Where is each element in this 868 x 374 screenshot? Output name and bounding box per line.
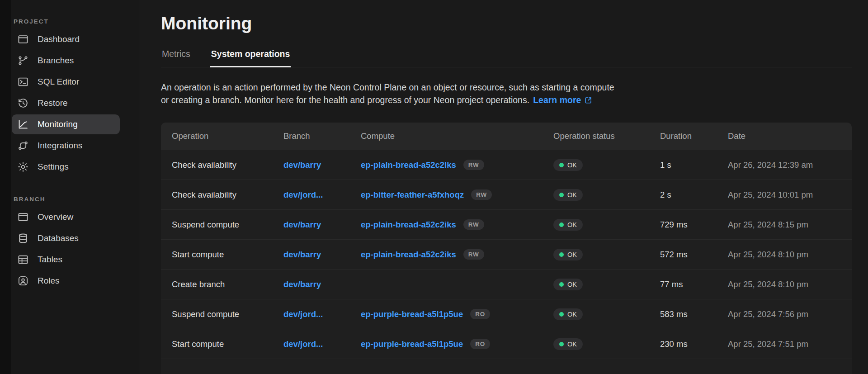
tab-metrics[interactable]: Metrics — [161, 49, 191, 67]
status-label: OK — [567, 251, 577, 258]
branch-link[interactable]: dev/barry — [283, 160, 321, 170]
compute-link[interactable]: ep-bitter-feather-a5fxhoqz — [361, 190, 464, 200]
compute-link[interactable]: ep-plain-bread-a52c2iks — [361, 250, 456, 260]
sidebar-item-branches[interactable]: Branches — [12, 51, 120, 71]
cell-branch: dev/barry — [283, 279, 361, 289]
status-label: OK — [567, 311, 577, 318]
nav-item-label: Restore — [38, 98, 68, 108]
branch-link[interactable]: dev/jord... — [283, 309, 323, 319]
cell-date: Apr 25, 2024 10:01 pm — [728, 190, 841, 200]
page-title: Monitoring — [161, 14, 852, 33]
branch-link[interactable]: dev/jord... — [283, 190, 323, 199]
nav-item-label: Databases — [38, 233, 79, 243]
main-content: Monitoring Metrics System operations An … — [140, 0, 868, 374]
col-operation-status: Operation status — [553, 131, 660, 141]
compute-link[interactable]: ep-purple-bread-a5l1p5ue — [361, 309, 463, 319]
tab-system-operations[interactable]: System operations — [210, 49, 291, 67]
table-row-partial — [161, 359, 852, 374]
cell-status: OK — [553, 279, 660, 290]
col-branch: Branch — [283, 131, 361, 141]
sidebar-item-settings[interactable]: Settings — [12, 157, 120, 177]
cell-operation: Suspend compute — [172, 220, 283, 230]
description: An operation is an action performed by t… — [161, 81, 852, 106]
cell-date: Apr 26, 2024 12:39 am — [728, 160, 841, 170]
cell-operation: Create branch — [172, 279, 283, 289]
compute-badge: RO — [470, 339, 490, 349]
branch-link[interactable]: dev/barry — [283, 220, 321, 229]
nav-item-label: Settings — [38, 162, 69, 172]
cell-date: Apr 25, 2024 7:51 pm — [728, 339, 841, 349]
status-ok-dot — [559, 312, 564, 317]
col-compute: Compute — [361, 131, 553, 141]
status-ok-dot — [559, 342, 564, 346]
description-line2: or creating a branch. Monitor here for t… — [161, 95, 529, 105]
sidebar-item-databases[interactable]: Databases — [12, 228, 120, 248]
compute-badge: RW — [463, 160, 484, 170]
cell-date: Apr 25, 2024 8:10 pm — [728, 250, 841, 260]
sidebar-item-sql-editor[interactable]: SQL Editor — [12, 72, 120, 92]
section-label: BRANCH — [14, 196, 140, 203]
branch-link[interactable]: dev/barry — [283, 279, 321, 289]
branch-link[interactable]: dev/barry — [283, 250, 321, 259]
description-line1: An operation is an action performed by t… — [161, 82, 614, 92]
table-row: Check availability dev/jord... ep-bitter… — [161, 180, 852, 209]
status-badge: OK — [553, 189, 583, 201]
section-label: PROJECT — [14, 18, 140, 25]
nav-item-label: Monitoring — [38, 119, 78, 129]
table-row: Suspend compute dev/jord... ep-purple-br… — [161, 299, 852, 329]
nav-item-label: Branches — [38, 56, 74, 66]
learn-more-link[interactable]: Learn more — [533, 95, 593, 105]
status-label: OK — [567, 161, 577, 169]
cell-compute: ep-purple-bread-a5l1p5ueRO — [361, 309, 553, 319]
roles-icon — [17, 275, 29, 287]
sidebar-item-monitoring[interactable]: Monitoring — [12, 114, 120, 134]
status-label: OK — [567, 341, 577, 348]
cell-date: Apr 25, 2024 8:10 pm — [728, 279, 841, 289]
sidebar-nav: PROJECT Dashboard Branches SQL Editor Re… — [0, 18, 140, 291]
cell-duration: 2 s — [660, 190, 728, 200]
status-ok-dot — [559, 193, 564, 197]
nav-item-label: Dashboard — [38, 34, 80, 44]
nav-item-label: Integrations — [38, 141, 82, 151]
cell-branch: dev/barry — [283, 250, 361, 260]
col-duration: Duration — [660, 131, 728, 141]
cell-branch: dev/jord... — [283, 339, 361, 349]
status-label: OK — [567, 281, 577, 288]
restore-icon — [17, 97, 29, 109]
sidebar-item-integrations[interactable]: Integrations — [12, 136, 120, 156]
sidebar-item-restore[interactable]: Restore — [12, 93, 120, 113]
dashboard-icon — [17, 33, 29, 45]
status-badge: OK — [553, 338, 583, 350]
sidebar-item-roles[interactable]: Roles — [12, 271, 120, 291]
cell-branch: dev/barry — [283, 160, 361, 170]
cell-compute: ep-plain-bread-a52c2iksRW — [361, 249, 553, 260]
settings-icon — [17, 161, 29, 173]
sidebar-item-dashboard[interactable]: Dashboard — [12, 29, 120, 49]
cell-duration: 583 ms — [660, 309, 728, 319]
sidebar-item-tables[interactable]: Tables — [12, 250, 120, 270]
branch-link[interactable]: dev/jord... — [283, 339, 323, 349]
status-ok-dot — [559, 223, 564, 227]
table-body: Check availability dev/barry ep-plain-br… — [161, 150, 852, 359]
cell-duration: 729 ms — [660, 220, 728, 230]
table-row: Start compute dev/barry ep-plain-bread-a… — [161, 239, 852, 269]
tables-icon — [17, 254, 29, 265]
compute-link[interactable]: ep-purple-bread-a5l1p5ue — [361, 339, 463, 349]
cell-compute: ep-bitter-feather-a5fxhoqzRW — [361, 189, 553, 200]
cell-operation: Start compute — [172, 250, 283, 260]
nav-item-label: Overview — [38, 212, 73, 222]
status-label: OK — [567, 191, 577, 199]
compute-link[interactable]: ep-plain-bread-a52c2iks — [361, 160, 456, 170]
cell-operation: Suspend compute — [172, 309, 283, 319]
compute-link[interactable]: ep-plain-bread-a52c2iks — [361, 220, 456, 230]
status-badge: OK — [553, 219, 583, 231]
status-badge: OK — [553, 279, 583, 290]
sidebar-item-overview[interactable]: Overview — [12, 207, 120, 227]
overview-icon — [17, 211, 29, 223]
nav-item-label: Roles — [38, 276, 60, 286]
cell-status: OK — [553, 308, 660, 320]
learn-more-label: Learn more — [533, 95, 581, 105]
status-label: OK — [567, 221, 577, 228]
status-ok-dot — [559, 252, 564, 257]
cell-compute: ep-plain-bread-a52c2iksRW — [361, 219, 553, 230]
